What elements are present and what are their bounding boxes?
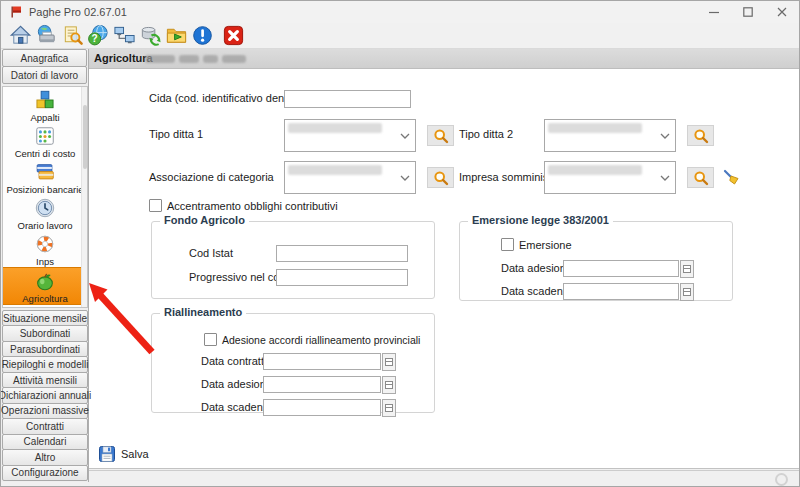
toolbar-info-button[interactable]	[189, 23, 215, 48]
sidebar-item-parasubordinati[interactable]: Parasubordinati	[2, 341, 88, 357]
data-contratto-calendar-button[interactable]	[382, 353, 396, 371]
sidebar-nav-stack: Situazione mensile Subordinati Parasubor…	[1, 311, 89, 481]
toolbar-folder-export-button[interactable]	[163, 23, 189, 48]
associazione-label: Associazione di categoria	[149, 171, 274, 183]
emersione-data-adesione-label: Data adesione	[501, 262, 572, 274]
sidebar-item-attivita-mensili[interactable]: Attività mensili	[2, 372, 88, 388]
minimize-icon	[709, 7, 719, 17]
sidebar-item-orario-lavoro[interactable]: Orario lavoro	[3, 195, 87, 231]
impresa-clear-button[interactable]	[722, 168, 740, 186]
close-button[interactable]	[765, 1, 799, 23]
exit-icon	[222, 24, 245, 47]
chevron-down-icon	[660, 175, 670, 181]
toolbar-preview-button[interactable]	[59, 23, 85, 48]
page-header: Agricoltura	[89, 49, 800, 69]
emersione-data-scadenza-input[interactable]	[563, 283, 679, 300]
associazione-search-button[interactable]	[427, 167, 454, 188]
title-bar[interactable]: Paghe Pro 02.67.01	[1, 1, 799, 23]
sidebar-item-agricoltura[interactable]: Agricoltura	[3, 267, 87, 305]
chevron-down-icon	[400, 133, 410, 139]
broom-icon	[723, 169, 740, 186]
riallineamento-checkbox[interactable]	[204, 333, 217, 346]
maximize-button[interactable]	[731, 1, 765, 23]
toolbar-print-button[interactable]	[33, 23, 59, 48]
sidebar-item-label: Orario lavoro	[18, 220, 73, 231]
calendar-icon	[385, 404, 393, 412]
sidebar-scrollbar[interactable]	[81, 87, 87, 307]
sidebar-item-situazione-mensile[interactable]: Situazione mensile	[2, 310, 88, 326]
redacted-company-name	[222, 55, 246, 63]
sidebar: Anagrafica Datori di lavoro Appalti	[1, 49, 89, 482]
grid-dots-icon	[33, 125, 57, 147]
accentramento-checkbox[interactable]	[149, 199, 162, 212]
cod-istat-input[interactable]	[276, 245, 408, 262]
cida-input[interactable]	[284, 90, 411, 108]
sidebar-item-anagrafica[interactable]: Anagrafica	[2, 49, 87, 67]
calendar-icon	[385, 381, 393, 389]
sidebar-item-centri-di-costo[interactable]: Centri di costo	[3, 123, 87, 159]
cod-istat-label: Cod Istat	[189, 247, 233, 259]
app-flag-icon	[9, 5, 23, 19]
tipo-ditta-1-combobox[interactable]	[284, 119, 416, 152]
sidebar-item-inps[interactable]: Inps	[3, 231, 87, 267]
riall-data-adesione-input[interactable]	[263, 376, 381, 393]
redacted-company-name	[203, 55, 218, 63]
associazione-combobox[interactable]	[284, 161, 416, 194]
sidebar-item-calendari[interactable]: Calendari	[2, 434, 88, 450]
sidebar-item-altro[interactable]: Altro	[2, 449, 88, 465]
sidebar-item-riepiloghi-e-modelli[interactable]: Riepiloghi e modelli	[2, 356, 88, 372]
cubes-icon	[33, 89, 57, 111]
sidebar-item-posizioni-bancarie[interactable]: Posizioni bancarie	[3, 159, 87, 195]
emersione-data-adesione-input[interactable]	[563, 260, 679, 277]
redacted-value	[548, 123, 642, 133]
print-icon	[35, 24, 58, 47]
status-indicator-icon	[775, 473, 788, 486]
svg-text:?: ?	[91, 33, 97, 44]
emersione-data-scadenza-calendar-button[interactable]	[680, 283, 694, 301]
riall-data-adesione-label: Data adesione	[201, 378, 272, 390]
bank-cards-icon	[33, 161, 57, 183]
toolbar-help-button[interactable]: ?	[85, 23, 111, 48]
tipo-ditta-1-search-button[interactable]	[427, 125, 454, 146]
tipo-ditta-2-label: Tipo ditta 2	[459, 128, 513, 140]
riall-data-scadenza-calendar-button[interactable]	[382, 399, 396, 417]
progressivo-input[interactable]	[276, 269, 408, 286]
toolbar-sync-button[interactable]	[137, 23, 163, 48]
tipo-ditta-1-label: Tipo ditta 1	[149, 128, 203, 140]
riall-data-adesione-calendar-button[interactable]	[382, 376, 396, 394]
tipo-ditta-2-combobox[interactable]	[544, 119, 676, 152]
impresa-combobox[interactable]	[544, 161, 676, 194]
riall-data-scadenza-input[interactable]	[263, 399, 381, 416]
riallineamento-title: Riallineamento	[160, 306, 246, 318]
chevron-down-icon	[400, 175, 410, 181]
search-icon	[693, 170, 709, 186]
toolbar-network-button[interactable]	[111, 23, 137, 48]
emersione-check-label: Emersione	[519, 239, 572, 251]
tipo-ditta-2-search-button[interactable]	[687, 125, 714, 146]
emersione-data-adesione-calendar-button[interactable]	[680, 260, 694, 278]
sidebar-item-appalti[interactable]: Appalti	[3, 87, 87, 123]
toolbar-home-button[interactable]	[7, 23, 33, 48]
save-button[interactable]: Salva	[94, 444, 153, 464]
data-contratto-input[interactable]	[263, 353, 381, 370]
network-computers-icon	[113, 24, 136, 47]
riallineamento-check-label: Adesione accordi riallineamento provinci…	[222, 334, 420, 346]
redacted-value	[288, 123, 382, 133]
sidebar-item-contratti[interactable]: Contratti	[2, 418, 88, 434]
sidebar-item-dichiarazioni-annuali[interactable]: Dichiarazioni annuali	[2, 387, 88, 403]
sidebar-item-datori-di-lavoro[interactable]: Datori di lavoro	[2, 66, 87, 84]
accentramento-label: Accentramento obblighi contributivi	[167, 200, 338, 212]
scrollbar-thumb[interactable]	[83, 105, 87, 169]
sidebar-item-configurazione[interactable]: Configurazione	[2, 465, 88, 481]
sidebar-item-label: Agricoltura	[22, 293, 67, 304]
close-icon	[777, 7, 787, 17]
sidebar-item-subordinati[interactable]: Subordinati	[2, 325, 88, 341]
data-contratto-label: Data contratto	[201, 355, 270, 367]
emersione-checkbox[interactable]	[501, 238, 514, 251]
toolbar-exit-button[interactable]	[220, 23, 246, 48]
impresa-search-button[interactable]	[687, 167, 714, 188]
search-icon	[693, 128, 709, 144]
home-icon	[9, 24, 32, 47]
sidebar-item-operazioni-massive[interactable]: Operazioni massive	[2, 403, 88, 419]
minimize-button[interactable]	[697, 1, 731, 23]
